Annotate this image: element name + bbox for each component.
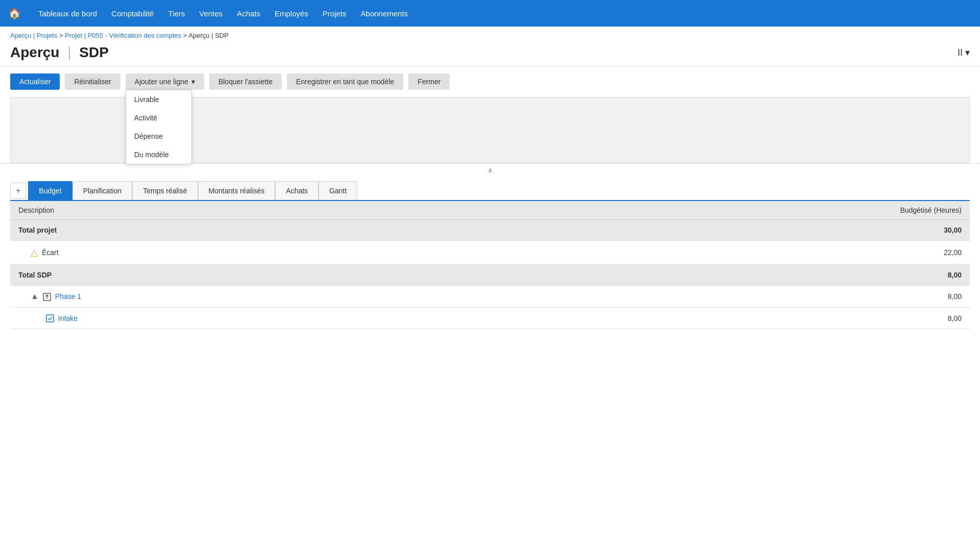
page-title-sdp: SDP xyxy=(79,44,109,60)
tab-planification[interactable]: Planification xyxy=(72,181,133,200)
col-description: Description xyxy=(10,200,494,220)
table-row: ▲ Phase 1 xyxy=(10,286,970,308)
collapse-icon: ∧ xyxy=(488,167,493,174)
row-phase1-label: ▲ Phase 1 xyxy=(10,286,494,308)
table-row: Total SDP 8,00 xyxy=(10,265,970,286)
title-separator: | xyxy=(67,44,71,60)
warning-icon: △ xyxy=(31,247,38,258)
breadcrumb-apercu-projets[interactable]: Aperçu | Projets xyxy=(10,32,57,39)
col-budgetise: Budgétisé (Heures) xyxy=(494,200,970,220)
svg-rect-2 xyxy=(46,315,54,322)
nav-tableaux-de-bord[interactable]: Tableaux de bord xyxy=(38,9,97,18)
dropdown-item-du-modele[interactable]: Du modèle xyxy=(126,145,191,164)
row-total-projet-label: Total projet xyxy=(10,220,494,241)
ajouter-ligne-button[interactable]: Ajouter une ligne ▾ xyxy=(126,73,204,90)
tab-budget[interactable]: Budget xyxy=(28,181,72,200)
toolbar: Actualiser Réinitialiser Ajouter une lig… xyxy=(0,66,980,97)
table-row: Total projet 30,00 xyxy=(10,220,970,241)
table-row: △ Écart 22,00 xyxy=(10,241,970,265)
row-total-projet-value: 30,00 xyxy=(494,220,970,241)
ajouter-ligne-menu: Livrable Activité Dépense Du modèle xyxy=(126,90,192,164)
tab-add-button[interactable]: + xyxy=(10,183,26,199)
dropdown-chevron-icon: ▾ xyxy=(191,78,195,86)
nav-comptabilite[interactable]: Comptabilité xyxy=(111,9,154,18)
breadcrumb: Aperçu | Projets > Projet | P055 - Vérif… xyxy=(0,27,980,41)
nav-employes[interactable]: Employés xyxy=(275,9,308,18)
nav-achats[interactable]: Achats xyxy=(237,9,260,18)
table-row: Intake 8,00 xyxy=(10,308,970,329)
intake-icon xyxy=(46,314,54,322)
home-icon[interactable]: 🏠 xyxy=(8,7,21,19)
collapse-bar[interactable]: ∧ xyxy=(0,163,980,177)
expand-icon[interactable]: ▲ xyxy=(31,292,39,301)
row-phase1-value: 8,00 xyxy=(494,286,970,308)
nav-tiers[interactable]: Tiers xyxy=(168,9,185,18)
page-title: Aperçu | SDP xyxy=(10,44,109,61)
breadcrumb-projet[interactable]: Projet | P055 - Vérification des comptes xyxy=(65,32,181,39)
dropdown-item-activite[interactable]: Activité xyxy=(126,109,191,127)
sort-icon-label: II ▾ xyxy=(958,47,970,58)
dropdown-item-livrable[interactable]: Livrable xyxy=(126,90,191,109)
actualiser-button[interactable]: Actualiser xyxy=(10,73,60,90)
row-total-sdp-value: 8,00 xyxy=(494,265,970,286)
tabs-section: + Budget Planification Temps réalisé Mon… xyxy=(0,181,980,329)
sort-button[interactable]: II ▾ xyxy=(958,47,970,58)
export-icon[interactable] xyxy=(43,292,51,301)
nav-projets[interactable]: Projets xyxy=(323,9,347,18)
breadcrumb-sep2: > xyxy=(183,32,189,39)
fermer-button[interactable]: Fermer xyxy=(408,73,450,90)
phase1-link[interactable]: Phase 1 xyxy=(55,292,81,300)
nav-ventes[interactable]: Ventes xyxy=(199,9,223,18)
intake-link[interactable]: Intake xyxy=(58,314,78,322)
page-title-apercu: Aperçu xyxy=(10,44,59,60)
reinitialiser-button[interactable]: Réinitialiser xyxy=(65,73,120,90)
upload-box-icon xyxy=(43,293,51,301)
breadcrumb-sep1: > xyxy=(59,32,65,39)
dropdown-item-depense[interactable]: Dépense xyxy=(126,127,191,145)
tab-montants-realises[interactable]: Montants réalisés xyxy=(198,181,276,200)
row-total-sdp-label: Total SDP xyxy=(10,265,494,286)
row-ecart-label: △ Écart xyxy=(10,241,494,265)
table-header-row: Description Budgétisé (Heures) xyxy=(10,200,970,220)
bloquer-assiette-button[interactable]: Bloquer l'assiette xyxy=(209,73,282,90)
breadcrumb-current: Aperçu | SDP xyxy=(188,32,229,39)
nav-abonnements[interactable]: Abonnements xyxy=(361,9,408,18)
tab-achats[interactable]: Achats xyxy=(275,181,318,200)
ecart-text: Écart xyxy=(42,248,59,257)
tab-temps-realise[interactable]: Temps réalisé xyxy=(132,181,198,200)
top-navigation: 🏠 Tableaux de bord Comptabilité Tiers Ve… xyxy=(0,0,980,27)
tabs-bar: + Budget Planification Temps réalisé Mon… xyxy=(10,181,970,200)
row-ecart-value: 22,00 xyxy=(494,241,970,265)
budget-table: Description Budgétisé (Heures) Total pro… xyxy=(10,200,970,329)
row-intake-label: Intake xyxy=(10,308,494,329)
enregistrer-modele-button[interactable]: Enregistrer en tant que modèle xyxy=(287,73,403,90)
ajouter-ligne-dropdown: Ajouter une ligne ▾ Livrable Activité Dé… xyxy=(126,73,204,90)
tab-gantt[interactable]: Gantt xyxy=(318,181,357,200)
row-intake-value: 8,00 xyxy=(494,308,970,329)
page-title-bar: Aperçu | SDP II ▾ xyxy=(0,41,980,66)
ajouter-ligne-label: Ajouter une ligne xyxy=(135,78,188,86)
